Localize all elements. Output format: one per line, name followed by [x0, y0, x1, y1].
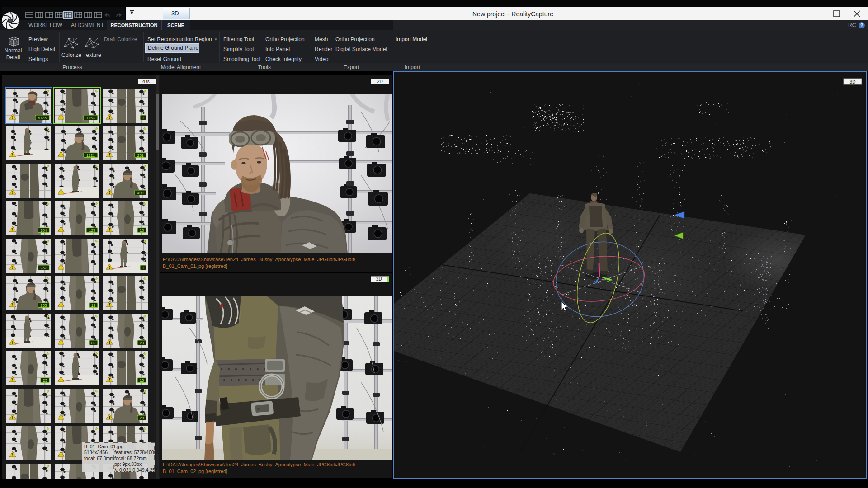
svg-text:12: 12: [91, 303, 96, 308]
svg-text:499: 499: [137, 191, 143, 195]
svg-text:123: 123: [89, 228, 95, 233]
svg-text:1153: 1153: [86, 116, 95, 120]
svg-text:237: 237: [40, 266, 47, 270]
svg-text:5728: 5728: [38, 116, 47, 120]
svg-text:233: 233: [40, 303, 47, 308]
svg-text:1: 1: [142, 266, 144, 270]
svg-text:15: 15: [140, 378, 144, 383]
svg-text:86: 86: [91, 341, 96, 345]
svg-text:23: 23: [43, 378, 47, 383]
svg-text:1221: 1221: [86, 153, 95, 158]
svg-text:20: 20: [140, 416, 144, 420]
svg-text:1: 1: [142, 116, 144, 120]
svg-text:13: 13: [140, 228, 144, 233]
svg-text:231: 231: [137, 153, 143, 158]
svg-text:3D: 3D: [850, 80, 856, 84]
svg-text:184: 184: [40, 228, 47, 233]
svg-text:23: 23: [140, 341, 144, 345]
